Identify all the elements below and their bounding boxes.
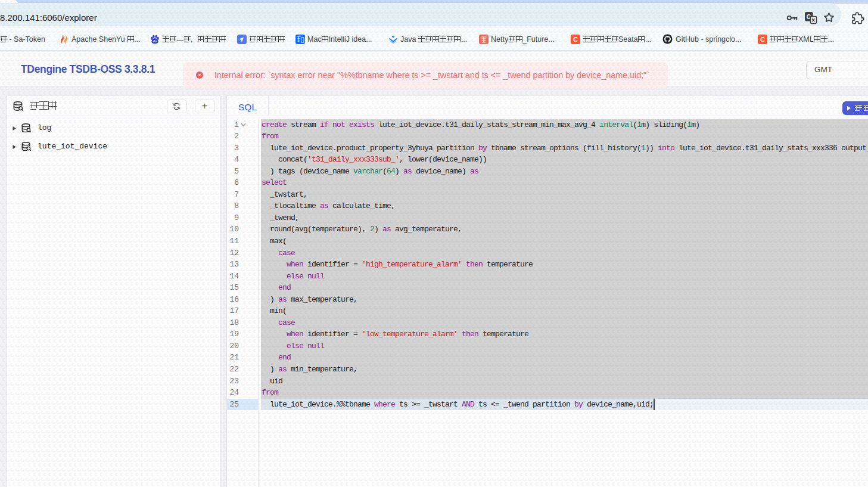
svg-text:C: C: [573, 36, 578, 43]
svg-text:C: C: [760, 36, 765, 43]
svg-text:du: du: [153, 39, 157, 43]
